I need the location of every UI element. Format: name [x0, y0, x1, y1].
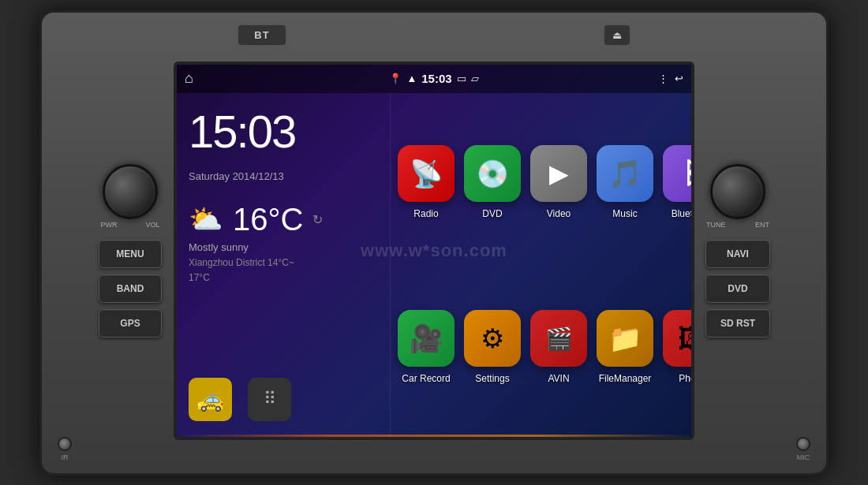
photo-label: Photo: [679, 373, 694, 384]
video-label: Video: [547, 208, 571, 219]
music-label: Music: [612, 208, 637, 219]
gps-button[interactable]: GPS: [99, 309, 162, 338]
left-controls: PWR VOL MENU BAND GPS: [87, 156, 174, 345]
right-buttons: NAVI DVD SD RST: [705, 240, 770, 338]
avin-icon: 🎬: [530, 310, 587, 367]
weather-location: Xiangzhou District 14°C~: [189, 257, 378, 268]
settings-icon: ⚙: [464, 310, 521, 367]
menu-dots-icon[interactable]: ⋮: [658, 73, 668, 84]
app-filemanager[interactable]: 📁 FileManager: [597, 270, 653, 425]
app-avin[interactable]: 🎬 AVIN: [530, 270, 587, 425]
bluetooth-icon: ᛒ: [663, 145, 694, 202]
ir-section: IR: [58, 437, 72, 461]
video-icon: ▶: [530, 145, 587, 202]
bluetooth-label: Bluetooth: [672, 208, 694, 219]
vol-knob[interactable]: [103, 164, 158, 219]
carrecord-icon: 🎥: [398, 310, 455, 367]
navi-button[interactable]: NAVI: [705, 240, 770, 268]
top-bar: BT ⏏: [42, 24, 826, 47]
clock-display: 15:03: [189, 109, 378, 155]
status-bar: ⌂ 📍 ▲ 15:03 ▭ ▱ ⋮ ↩: [177, 65, 691, 93]
refresh-icon[interactable]: ↻: [312, 212, 323, 227]
app-music[interactable]: 🎵 Music: [597, 105, 653, 260]
apps-icon-button[interactable]: ⠿: [248, 378, 291, 421]
weather-widget: ⛅ 16°C ↻ Mostly sunny Xiangzhou District…: [189, 202, 378, 283]
bottom-extras: IR MIC: [42, 437, 826, 461]
weather-description: Mostly sunny: [189, 241, 378, 253]
dvd-icon: 💿: [464, 145, 521, 202]
tune-label: TUNE: [706, 221, 726, 229]
ir-light: [58, 437, 72, 451]
filemanager-label: FileManager: [599, 373, 652, 384]
knob-labels: PWR VOL: [101, 221, 160, 229]
screen-icon: ▭: [457, 73, 466, 84]
menu-button[interactable]: MENU: [99, 240, 162, 268]
apps-panel: 📡 Radio 💿 DVD ▶ Video 🎵 Music ᛒ: [390, 93, 691, 437]
mic-section: MIC: [796, 437, 810, 461]
back-icon[interactable]: ↩: [675, 73, 683, 84]
app-bluetooth[interactable]: ᛒ Bluetooth: [663, 105, 694, 260]
head-unit: BT ⏏ PWR VOL MENU BAND GPS ⌂ 📍: [39, 10, 829, 476]
filemanager-icon: 📁: [597, 310, 653, 367]
status-center: 📍 ▲ 15:03 ▭ ▱: [389, 72, 478, 85]
app-dvd[interactable]: 💿 DVD: [464, 105, 521, 260]
date-display: Saturday 2014/12/13: [189, 170, 378, 182]
status-icons: ⋮ ↩: [658, 73, 683, 84]
pwr-label: PWR: [101, 221, 118, 229]
right-knob-labels: TUNE ENT: [706, 221, 769, 229]
app-video[interactable]: ▶ Video: [530, 105, 587, 260]
screen-divider: [390, 93, 391, 437]
screen: ⌂ 📍 ▲ 15:03 ▭ ▱ ⋮ ↩ 15:03 Saturday 2014/: [174, 62, 694, 440]
left-buttons: MENU BAND GPS: [99, 240, 162, 338]
ir-label: IR: [62, 453, 69, 461]
carrecord-label: Car Record: [402, 373, 450, 384]
avin-label: AVIN: [548, 373, 569, 384]
home-icon[interactable]: ⌂: [185, 70, 193, 87]
dvd-button[interactable]: DVD: [705, 274, 770, 303]
dvd-label: DVD: [482, 208, 502, 219]
app-photo[interactable]: 🖼 Photo: [663, 270, 694, 425]
photo-icon: 🖼: [663, 310, 694, 367]
vol-label: VOL: [145, 221, 159, 229]
cast-icon: ▱: [471, 73, 479, 84]
location-icon: 📍: [389, 73, 402, 84]
ent-label: ENT: [755, 221, 769, 229]
tune-knob[interactable]: [710, 164, 765, 219]
radio-icon: 📡: [398, 145, 455, 202]
sd-rst-button[interactable]: SD RST: [705, 309, 770, 338]
taxi-icon-button[interactable]: 🚕: [189, 378, 232, 421]
eject-button[interactable]: ⏏: [603, 24, 631, 47]
wifi-icon: ▲: [406, 73, 417, 84]
mic-label: MIC: [797, 453, 810, 461]
app-settings[interactable]: ⚙ Settings: [464, 270, 521, 425]
weather-range: 17°C: [189, 272, 378, 283]
weather-icon: ⛅: [189, 203, 223, 236]
main-row: PWR VOL MENU BAND GPS ⌂ 📍 ▲ 15:03 ▭ ▱: [87, 62, 781, 440]
music-icon: 🎵: [597, 145, 653, 202]
right-controls: TUNE ENT NAVI DVD SD RST: [694, 156, 781, 345]
app-carrecord[interactable]: 🎥 Car Record: [398, 270, 455, 425]
status-time: 15:03: [421, 72, 451, 85]
temperature-display: 16°C: [233, 202, 303, 237]
app-radio[interactable]: 📡 Radio: [398, 105, 455, 260]
settings-label: Settings: [475, 373, 509, 384]
bt-button[interactable]: BT: [237, 24, 286, 47]
band-button[interactable]: BAND: [99, 274, 162, 303]
weather-row: ⛅ 16°C ↻: [189, 202, 378, 237]
radio-label: Radio: [413, 208, 438, 219]
bottom-icons: 🚕 ⠿: [189, 378, 291, 421]
mic-light: [796, 437, 810, 451]
